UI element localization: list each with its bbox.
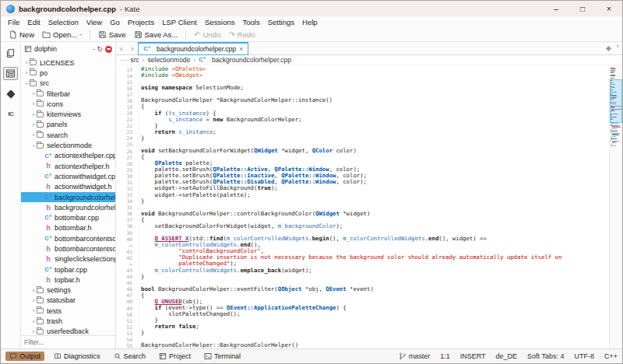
code-line[interactable]: 44} xyxy=(116,274,609,280)
project-stop-icon[interactable] xyxy=(105,46,112,53)
expand-icon[interactable]: › xyxy=(30,307,37,314)
expand-icon[interactable]: › xyxy=(30,297,37,304)
breadcrumb-segment-src[interactable]: src xyxy=(131,56,139,64)
tree-item-icons[interactable]: ›icons xyxy=(21,99,115,109)
menu-settings[interactable]: Settings xyxy=(264,18,298,26)
minimize-button[interactable]: – xyxy=(543,1,569,16)
toolview-terminal[interactable]: Terminal xyxy=(200,352,245,361)
tree-item-src[interactable]: ›src xyxy=(21,79,115,89)
split-view-button[interactable] xyxy=(614,42,622,51)
project-name[interactable]: dolphin xyxy=(34,45,90,53)
tree-item-trash[interactable]: ›trash xyxy=(21,316,115,326)
code-line[interactable]: 55BackgroundColorHelper::BackgroundColor… xyxy=(116,342,609,348)
history-forward-button[interactable]: › xyxy=(127,42,138,54)
expand-icon[interactable]: › xyxy=(30,287,37,294)
tree-item-userfeedback[interactable]: ›userfeedback xyxy=(21,327,115,335)
code-line[interactable]: 18BackgroundColorHelper *BackgroundColor… xyxy=(116,97,609,103)
breadcrumb-segment-backgroundcolorhelper-cpp[interactable]: backgroundcolorhelper.cpp xyxy=(212,56,291,64)
maximize-button[interactable]: □ xyxy=(569,1,596,16)
tree-item-actionwithwidget-h[interactable]: hactionwithwidget.h xyxy=(21,182,115,192)
code-line[interactable]: 33 widget->setPalette(palette); xyxy=(116,192,609,198)
status-git-branch[interactable]: master xyxy=(399,352,431,360)
code-line[interactable]: 50 slotPaletteChanged(); xyxy=(116,311,609,317)
tree-item-statusbar[interactable]: ›statusbar xyxy=(21,296,115,306)
code-line[interactable]: 52 return false; xyxy=(116,324,609,330)
code-line[interactable]: 43 m_colorControlledWidgets.emplace_back… xyxy=(116,268,609,274)
open-dropdown-icon[interactable]: › xyxy=(77,33,84,36)
tree-item-bottombarcontentscont[interactable]: hbottombarcontentscont... xyxy=(21,243,115,254)
tree-item-actiontexthelper-cpp[interactable]: C⁺actiontexthelper.cpp xyxy=(21,151,115,161)
save-button[interactable]: Save xyxy=(95,30,129,40)
menu-lsp-client[interactable]: LSP Client xyxy=(158,18,201,26)
code-line[interactable]: 38 setBackgroundColorForWidget(widget, m… xyxy=(116,223,609,229)
code-line[interactable]: 16using namespace SelectionMode; xyxy=(116,85,609,91)
expand-icon[interactable]: › xyxy=(30,318,37,325)
minimap-scrollbar[interactable] xyxy=(609,65,622,348)
tree-item-po[interactable]: ›po xyxy=(21,68,115,78)
code-line[interactable]: 53} xyxy=(116,330,609,336)
expand-icon[interactable]: › xyxy=(30,131,37,138)
status-input-mode[interactable]: INSERT xyxy=(460,352,486,360)
menu-go[interactable]: Go xyxy=(106,18,124,26)
close-button[interactable]: × xyxy=(596,1,622,16)
code-line[interactable]: 23 return s_instance; xyxy=(116,129,609,135)
menu-tools[interactable]: Tools xyxy=(239,18,264,26)
tree-item-backgroundcolorhelper-h[interactable]: hbackgroundcolorhelper.h xyxy=(21,202,115,212)
expand-icon[interactable]: › xyxy=(30,121,37,128)
tree-item-panels[interactable]: ›panels xyxy=(21,120,115,130)
tree-item-backgroundcolorhelper-c[interactable]: C⁺backgroundcolorhelper.c... xyxy=(21,192,115,202)
breadcrumb-overflow-icon[interactable]: ⋯ xyxy=(121,56,128,64)
status-cursor-position[interactable]: 1:1 xyxy=(440,352,450,360)
menu-projects[interactable]: Projects xyxy=(124,18,158,26)
code-line[interactable]: 26void setBackgroundColorForWidget(QWidg… xyxy=(116,148,609,154)
code-line[interactable]: 24} xyxy=(116,135,609,142)
tree-item-search[interactable]: ›search xyxy=(21,130,115,140)
expand-icon[interactable]: › xyxy=(30,100,37,107)
menu-edit[interactable]: Edit xyxy=(23,18,44,26)
expand-icon[interactable]: › xyxy=(23,59,30,66)
sidebar-tool-documents[interactable] xyxy=(3,47,18,60)
tree-item-bottombar-h[interactable]: hbottombar.h xyxy=(21,223,115,233)
menu-file[interactable]: File xyxy=(4,18,23,26)
expand-icon[interactable]: › xyxy=(30,111,37,118)
status-highlight-mode[interactable]: C++ xyxy=(604,352,618,360)
tab-close-icon[interactable]: × xyxy=(239,45,243,53)
expand-icon[interactable]: › xyxy=(30,328,37,335)
sidebar-tool-projects[interactable] xyxy=(3,67,18,80)
status-tab-mode[interactable]: Soft Tabs: 4 xyxy=(527,352,564,360)
history-back-button[interactable]: ‹ xyxy=(116,42,127,54)
tree-item-licenses[interactable]: ›LICENSES xyxy=(21,58,115,68)
code-line[interactable]: 34} xyxy=(116,198,609,205)
tree-item-topbar-h[interactable]: htopbar.h xyxy=(21,275,115,285)
redo-button[interactable]: ↷Redo xyxy=(225,30,258,40)
tree-item-bottombar-cpp[interactable]: C⁺bottombar.cpp xyxy=(21,212,115,222)
minimap-viewport[interactable] xyxy=(610,79,622,123)
sidebar-tool-symbols[interactable]: tC xyxy=(3,107,18,121)
code-line[interactable]: 14#include <QWidget> xyxy=(116,72,609,79)
tab-backgroundcolorhelper-cpp[interactable]: C⁺ backgroundcolorhelper.cpp × xyxy=(138,42,248,55)
tree-item-tests[interactable]: ›tests xyxy=(21,306,115,316)
tree-item-actionwithwidget-cpp[interactable]: C⁺actionwithwidget.cpp xyxy=(21,171,115,181)
tree-item-settings[interactable]: ›settings xyxy=(21,285,115,296)
toolview-project[interactable]: Project xyxy=(155,352,195,361)
filter-input[interactable] xyxy=(24,338,112,346)
project-refresh-button[interactable]: ↻ xyxy=(97,45,103,53)
tree-item-actiontexthelper-h[interactable]: hactiontexthelper.h xyxy=(21,161,115,171)
expand-icon[interactable]: › xyxy=(30,90,37,97)
sidebar-tool-git[interactable] xyxy=(3,87,18,100)
project-dropdown-icon[interactable]: › xyxy=(90,48,97,51)
toolview-search[interactable]: Search xyxy=(110,352,150,361)
tree-item-bottombarcontentscont[interactable]: C⁺bottombarcontentscont... xyxy=(21,233,115,243)
menu-help[interactable]: Help xyxy=(298,18,322,26)
open-button[interactable]: Open...› xyxy=(39,30,85,40)
tree-item-filterbar[interactable]: ›filterbar xyxy=(21,89,115,99)
breadcrumb-segment-selectionmode[interactable]: selectionmode xyxy=(148,56,191,64)
tree-item-topbar-cpp[interactable]: C⁺topbar.cpp xyxy=(21,264,115,275)
quick-open-icon[interactable] xyxy=(604,42,614,54)
toolview-diagnostics[interactable]: Diagnostics xyxy=(50,352,104,361)
new-button[interactable]: New xyxy=(5,30,37,40)
code-area[interactable]: 13#include <QPalette>14#include <QWidget… xyxy=(116,65,609,348)
tree-item-kitemviews[interactable]: ›kitemviews xyxy=(21,109,115,119)
code-line[interactable]: 36void BackgroundColorHelper::controlBac… xyxy=(116,211,609,217)
menu-view[interactable]: View xyxy=(83,18,106,26)
